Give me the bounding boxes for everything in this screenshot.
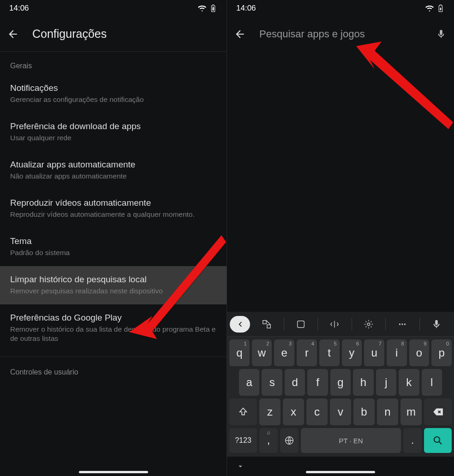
key-i[interactable]: 8i — [387, 339, 407, 366]
item-reproduzir-videos[interactable]: Reproduzir vídeos automaticamente Reprod… — [0, 190, 227, 228]
battery-icon — [209, 4, 217, 12]
key-z[interactable]: z — [259, 399, 281, 425]
key-symbols[interactable]: ?123 — [229, 428, 257, 453]
chevron-left-icon — [235, 319, 245, 329]
app-bar-settings: Configurações — [0, 17, 227, 52]
keyboard-row-2: a s d f g h j k l — [227, 366, 454, 396]
back-button[interactable] — [233, 28, 246, 41]
key-w[interactable]: 2w — [252, 339, 272, 366]
settings-list[interactable]: Gerais Notificações Gerenciar as configu… — [0, 52, 227, 476]
svg-point-2 — [367, 323, 370, 326]
keyboard-tool-translate[interactable] — [252, 315, 282, 333]
item-atualizar-apps[interactable]: Atualizar apps automaticamente Não atual… — [0, 151, 227, 190]
svg-point-5 — [404, 323, 406, 325]
key-a[interactable]: a — [239, 369, 259, 396]
key-r[interactable]: 4r — [297, 339, 317, 366]
nav-handle[interactable] — [79, 471, 148, 473]
key-o[interactable]: 9o — [409, 339, 430, 366]
item-preferencias-google-play[interactable]: Preferências do Google Play Remover o hi… — [0, 304, 227, 352]
keyboard-tool-voice[interactable] — [422, 315, 452, 333]
item-preferencia-download[interactable]: Preferência de download de apps Usar qua… — [0, 113, 227, 151]
back-button[interactable] — [6, 28, 19, 41]
search-input[interactable] — [259, 28, 422, 40]
shift-icon — [238, 407, 248, 417]
svg-rect-1 — [297, 321, 304, 327]
key-g[interactable]: g — [330, 369, 351, 396]
key-shift[interactable] — [229, 399, 257, 425]
voice-search-button[interactable] — [435, 28, 448, 41]
key-period[interactable]: . — [403, 428, 422, 453]
item-limpar-historico[interactable]: Limpar histórico de pesquisas local Remo… — [0, 266, 227, 304]
keyboard-tool-sticker[interactable] — [286, 315, 316, 333]
item-title: Preferência de download de apps — [10, 121, 216, 131]
key-search[interactable] — [424, 428, 452, 453]
key-l[interactable]: l — [422, 369, 442, 396]
key-v[interactable]: v — [330, 399, 351, 425]
key-m[interactable]: m — [400, 399, 422, 425]
item-title: Reproduzir vídeos automaticamente — [10, 198, 216, 208]
microphone-icon — [436, 29, 446, 39]
arrow-back-icon — [7, 28, 19, 40]
status-bar: 14:06 — [0, 0, 227, 17]
key-j[interactable]: j — [376, 369, 396, 396]
keyboard-row-1: 1q 2w 3e 4r 5t 6y 7u 8i 9o 0p — [227, 337, 454, 366]
keyboard-tool-resize[interactable] — [320, 315, 350, 333]
item-sub: Reproduzir vídeos automaticamente a qual… — [10, 210, 216, 220]
key-x[interactable]: x — [283, 399, 304, 425]
arrow-back-icon — [234, 28, 246, 40]
section-header-gerais: Gerais — [0, 52, 227, 75]
item-sub: Remover pesquisas realizadas neste dispo… — [10, 286, 216, 296]
backspace-icon — [432, 406, 444, 418]
key-backspace[interactable] — [424, 399, 452, 425]
text-select-icon — [329, 319, 340, 329]
item-notificacoes[interactable]: Notificações Gerenciar as configurações … — [0, 75, 227, 113]
key-h[interactable]: h — [353, 369, 373, 396]
section-header-controles: Controles de usuário — [0, 357, 227, 381]
item-sub: Gerenciar as configurações de notificaçã… — [10, 95, 216, 105]
keyboard-tool-settings[interactable] — [354, 315, 384, 333]
key-language[interactable] — [280, 428, 299, 453]
item-title: Preferências do Google Play — [10, 313, 216, 323]
item-title: Notificações — [10, 83, 216, 93]
key-t[interactable]: 5t — [319, 339, 340, 366]
key-q[interactable]: 1q — [229, 339, 250, 366]
key-n[interactable]: n — [377, 399, 398, 425]
status-time: 14:06 — [236, 4, 256, 13]
key-u[interactable]: 7u — [364, 339, 384, 366]
svg-point-4 — [402, 323, 403, 325]
keyboard-toolbar-expand[interactable] — [230, 316, 250, 333]
microphone-icon — [431, 319, 442, 329]
keyboard-toolbar — [227, 312, 454, 337]
status-icons — [198, 4, 217, 12]
item-tema[interactable]: Tema Padrão do sistema — [0, 228, 227, 266]
keyboard-tool-more[interactable] — [388, 315, 418, 333]
key-y[interactable]: 6y — [342, 339, 362, 366]
wifi-icon — [198, 4, 206, 12]
status-time: 14:06 — [9, 4, 29, 13]
key-space[interactable]: PT · EN — [301, 428, 401, 453]
key-c[interactable]: c — [306, 399, 328, 425]
svg-point-3 — [399, 323, 400, 325]
key-k[interactable]: k — [399, 369, 419, 396]
key-b[interactable]: b — [353, 399, 375, 425]
search-bar — [227, 17, 454, 52]
key-f[interactable]: f — [307, 369, 328, 396]
item-title: Limpar histórico de pesquisas local — [10, 274, 216, 285]
status-icons — [425, 4, 445, 12]
key-comma[interactable]: ☺, — [259, 428, 278, 453]
item-sub: Usar qualquer rede — [10, 133, 216, 143]
gear-icon — [364, 319, 374, 329]
more-horizontal-icon — [397, 319, 407, 329]
nav-handle[interactable] — [306, 471, 375, 473]
item-sub: Remover o histórico da sua lista de dese… — [10, 325, 216, 344]
key-d[interactable]: d — [285, 369, 305, 396]
wifi-icon — [425, 4, 434, 12]
chevron-down-icon[interactable] — [236, 462, 245, 470]
phone-right-search: 14:06 — [227, 0, 454, 476]
phone-left-settings: 14:06 Configurações Gerais Notificações … — [0, 0, 227, 476]
key-s[interactable]: s — [262, 369, 282, 396]
key-p[interactable]: 0p — [431, 339, 452, 366]
key-e[interactable]: 3e — [274, 339, 294, 366]
search-icon — [432, 435, 443, 446]
page-title: Configurações — [32, 27, 107, 41]
